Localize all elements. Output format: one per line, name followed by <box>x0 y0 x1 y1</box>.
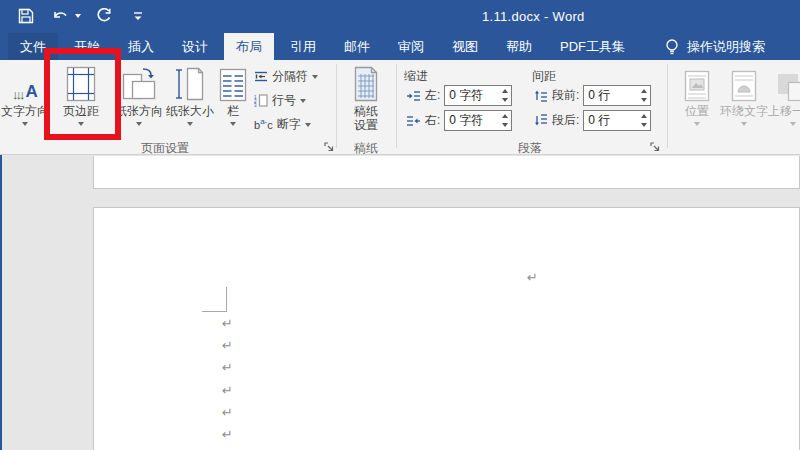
redo-icon <box>96 8 112 24</box>
paragraph-mark: ↵ <box>222 339 233 353</box>
tab-review[interactable]: 审阅 <box>386 33 436 60</box>
chevron-down-icon <box>305 123 311 127</box>
page-setup-dialog-launcher[interactable] <box>322 140 336 154</box>
indent-right-label: 右: <box>425 112 440 129</box>
spacing-after-value: 0 行 <box>584 112 637 129</box>
spacing-after-label: 段后: <box>552 112 579 129</box>
tab-references[interactable]: 引用 <box>278 33 328 60</box>
orientation-icon <box>121 62 157 102</box>
breaks-icon <box>254 70 268 83</box>
redo-button[interactable] <box>92 5 116 27</box>
spacing-before-row: 段前: 0 行 <box>534 85 651 106</box>
chevron-down-icon <box>300 99 306 103</box>
spinner-down-icon[interactable] <box>502 123 508 127</box>
tab-insert[interactable]: 插入 <box>116 33 166 60</box>
grid-paper-icon <box>351 62 381 102</box>
word-window: 1.11.docx - Word 文件 开始 插入 设计 布局 引用 邮件 审阅… <box>0 0 800 450</box>
chevron-down-icon <box>790 122 796 126</box>
indent-left-icon <box>406 90 421 102</box>
tell-me-label: 操作说明搜索 <box>687 38 765 56</box>
tab-design[interactable]: 设计 <box>170 33 220 60</box>
spinner-up-icon[interactable] <box>641 114 647 118</box>
indent-left-input[interactable]: 0 字符 <box>444 85 512 106</box>
columns-button[interactable]: 栏 <box>216 62 250 138</box>
spacing-before-value: 0 行 <box>584 87 637 104</box>
indent-left-label: 左: <box>425 87 440 104</box>
tell-me-search[interactable]: 操作说明搜索 <box>655 33 775 60</box>
indent-left-value: 0 字符 <box>445 87 498 104</box>
spinner-down-icon[interactable] <box>502 98 508 102</box>
spinner-up-icon[interactable] <box>502 114 508 118</box>
bring-forward-icon <box>776 62 800 102</box>
position-button: 位置 <box>676 62 718 138</box>
undo-icon <box>51 8 69 24</box>
breaks-button[interactable]: 分隔符 <box>254 66 318 86</box>
spinner-up-icon[interactable] <box>502 89 508 93</box>
text-direction-icon: ↓↓↓A <box>12 62 38 102</box>
chevron-down-icon <box>136 122 142 126</box>
indent-right-value: 0 字符 <box>445 112 498 129</box>
tab-view[interactable]: 视图 <box>440 33 490 60</box>
spacing-after-input[interactable]: 0 行 <box>583 110 651 131</box>
paragraph-mark: ↵ <box>527 271 538 285</box>
paper-size-button[interactable]: 纸张大小 <box>166 62 214 138</box>
wrap-text-icon <box>731 62 757 102</box>
orientation-button[interactable]: 纸张方向 <box>114 62 164 138</box>
chevron-down-icon <box>741 122 747 126</box>
text-boundary-crop-mark <box>226 287 227 312</box>
quick-access-toolbar <box>14 5 150 27</box>
paragraph-mark: ↵ <box>222 317 233 331</box>
chevron-down-icon <box>187 122 193 126</box>
red-highlight-box <box>44 48 121 140</box>
spinner-down-icon[interactable] <box>641 123 647 127</box>
qat-customize-icon <box>133 10 143 22</box>
spacing-after-icon <box>534 114 548 127</box>
caret-down-icon <box>75 14 81 18</box>
line-numbers-icon: 1 2 3 <box>254 94 268 107</box>
hyphenation-icon: ba-c <box>254 117 273 131</box>
indent-right-icon <box>406 115 421 127</box>
save-icon <box>18 8 34 24</box>
spinner-up-icon[interactable] <box>641 89 647 93</box>
tab-mailings[interactable]: 邮件 <box>332 33 382 60</box>
paragraph-mark: ↵ <box>222 361 233 375</box>
chevron-down-icon <box>230 122 236 126</box>
text-direction-button[interactable]: ↓↓↓A 文字方向 <box>2 62 48 138</box>
dialog-launcher-icon <box>650 142 660 152</box>
undo-dropdown[interactable] <box>74 5 82 27</box>
tab-pdf-tools[interactable]: PDF工具集 <box>548 33 637 60</box>
bring-forward-button: 上移一层 <box>768 62 800 138</box>
document-area[interactable]: ↵ ↵ ↵ ↵ ↵ ↵ ↵ <box>0 155 800 450</box>
spacing-before-icon <box>534 89 548 102</box>
paragraph-dialog-launcher[interactable] <box>648 140 662 154</box>
group-divider <box>336 64 337 148</box>
svg-text:3: 3 <box>254 102 257 107</box>
tab-layout[interactable]: 布局 <box>224 33 274 60</box>
indent-section-title: 缩进 <box>404 68 428 85</box>
line-numbers-label: 行号 <box>272 92 296 109</box>
line-numbers-button[interactable]: 1 2 3 行号 <box>254 90 306 110</box>
window-left-edge <box>0 155 2 450</box>
document-page-2[interactable] <box>93 207 800 450</box>
save-button[interactable] <box>14 5 38 27</box>
lightbulb-icon <box>665 38 679 56</box>
indent-right-input[interactable]: 0 字符 <box>444 110 512 131</box>
tab-help[interactable]: 帮助 <box>494 33 544 60</box>
grid-paper-setup-button[interactable]: 稿纸设置 <box>342 62 390 138</box>
spinner-down-icon[interactable] <box>641 98 647 102</box>
dialog-launcher-icon <box>324 142 334 152</box>
window-title: 1.11.docx - Word <box>482 9 585 24</box>
paragraph-mark: ↵ <box>222 428 233 442</box>
title-bar: 1.11.docx - Word <box>0 0 800 33</box>
paragraph-mark: ↵ <box>222 384 233 398</box>
chevron-down-icon <box>22 122 28 126</box>
wrap-text-button: 环绕文字 <box>716 62 772 138</box>
qat-customize-button[interactable] <box>126 5 150 27</box>
document-page-1[interactable] <box>93 156 800 189</box>
group-divider <box>667 64 668 148</box>
hyphenation-button[interactable]: ba-c 断字 <box>254 114 311 134</box>
chevron-down-icon <box>312 75 318 79</box>
indent-left-row: 左: 0 字符 <box>406 85 512 106</box>
undo-button[interactable] <box>48 5 72 27</box>
spacing-before-input[interactable]: 0 行 <box>583 85 651 106</box>
